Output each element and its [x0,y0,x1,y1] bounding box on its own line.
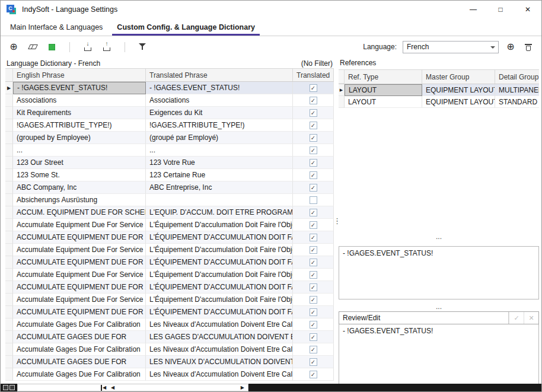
english-phrase-cell[interactable]: Accumulate Equipment Due For Service [13,269,146,281]
detail-group-cell[interactable]: MULTIPANEL- [495,84,539,96]
phrase-preview-box[interactable]: - !GAGES.EVENT_STATUS! [339,246,539,299]
translated-phrase-cell[interactable] [146,194,293,206]
translated-cell[interactable] [293,368,334,381]
translated-checkbox[interactable] [310,221,317,229]
dictionary-row[interactable]: ACCUMULATE EQUIPMENT DUE FORL'ÉQUIPEMENT… [5,306,334,318]
translated-cell[interactable] [293,294,334,306]
detail-group-cell[interactable]: STANDARD [495,96,539,108]
translated-cell[interactable] [293,219,334,231]
panel-splitter-handle[interactable]: ⋮ [333,216,341,225]
translated-phrase-cell[interactable]: Les Niveaux d'Accumulation Doivent Etre … [146,368,293,381]
translated-phrase-cell[interactable]: LES GAGES D'ACCUMULATION DOIVENT ETRE CA [146,331,293,343]
translated-phrase-cell[interactable]: L'ÉQUIPEMENT D'ACCUMULATION DOIT FAIRE L… [146,306,293,318]
translated-checkbox[interactable] [310,171,317,179]
translated-phrase-cell[interactable]: 123 Votre Rue [146,157,293,169]
english-phrase-cell[interactable]: ACCUMULATE GAGES DUE FOR [13,331,146,343]
reference-row[interactable]: ▶LAYOUTEQUIPMENT LAYOUTSMULTIPANEL- [339,84,539,96]
translated-cell[interactable] [293,94,334,107]
english-phrase-cell[interactable]: !GAGES.ATTRIBUTE_TYPE!) [13,119,146,132]
english-phrase-cell[interactable]: - !GAGES.EVENT_STATUS! [13,82,146,94]
dictionary-row[interactable]: Kit RequirementsExigences du Kit [5,107,334,119]
translated-cell[interactable] [293,306,334,318]
english-phrase-cell[interactable]: Accumulate Equipment Due For Service [13,294,146,306]
tab-main-interface[interactable]: Main Interface & Languages [3,18,110,36]
translated-cell[interactable] [293,244,334,256]
english-phrase-cell[interactable]: ACCUM. EQUIPMENT DUE FOR SCHEDULE [13,206,146,219]
translated-checkbox[interactable] [310,97,317,104]
dictionary-row[interactable]: Accumulate Equipment Due For ServiceL'Éq… [5,244,334,256]
column-header[interactable]: Translated Phrase [146,69,293,81]
english-phrase-cell[interactable]: Accumulate Gages Due For Calibration [13,343,146,356]
english-phrase-cell[interactable]: ACCUMULATE EQUIPMENT DUE FOR [13,256,146,269]
add-language-button[interactable]: ⊕ [505,41,517,53]
english-phrase-cell[interactable]: Accumulate Equipment Due For Service [13,244,146,256]
translated-checkbox[interactable] [310,146,317,154]
translated-cell[interactable] [293,281,334,294]
export-button[interactable]: ↑ [101,41,113,53]
column-header[interactable]: Translated [293,69,334,81]
translated-phrase-cell[interactable]: L'Équipement D'acculumation Doit Faire l… [146,219,293,231]
splitter-grip-bottom[interactable]: ... [339,303,539,310]
delete-language-button[interactable] [522,41,534,53]
translated-phrase-cell[interactable]: - !GAGES.EVENT_STATUS! [146,82,293,94]
minimize-button[interactable]: — [460,1,487,18]
translated-checkbox[interactable] [310,321,317,329]
translated-checkbox[interactable] [310,122,317,129]
close-button[interactable]: ✕ [514,1,541,18]
translated-phrase-cell[interactable]: L'ÉQUIPEMENT D'ACCUMULATION DOIT FAIRE L… [146,281,293,294]
review-cancel-button[interactable]: ✕ [524,312,538,324]
translated-phrase-cell[interactable]: Associations [146,94,293,107]
scroll-left-icon[interactable]: ◀ [111,385,114,391]
translated-cell[interactable] [293,256,334,269]
column-header[interactable]: Ref. Type [345,70,422,84]
translated-cell[interactable] [293,132,334,144]
dictionary-row[interactable]: ACCUMULATE GAGES DUE FORLES NIVEAUX D'AC… [5,356,334,368]
translated-cell[interactable] [293,144,334,157]
translated-cell[interactable] [293,157,334,169]
dictionary-row[interactable]: ACCUM. EQUIPMENT DUE FOR SCHEDULEL'EQUIP… [5,206,334,219]
english-phrase-cell[interactable]: Absicherungs Ausrüstung [13,194,146,206]
translated-checkbox[interactable] [310,159,317,167]
master-group-cell[interactable]: EQUIPMENT LAYOUTS [422,84,495,96]
dictionary-row[interactable]: ACCUMULATE EQUIPMENT DUE FORL'ÉQUIPEMENT… [5,256,334,269]
maximize-button[interactable]: □ [487,1,514,18]
translated-phrase-cell[interactable]: ABC Entreprise, Inc [146,181,293,194]
filter-status[interactable]: (No Filter) [301,59,333,68]
review-accept-button[interactable]: ✓ [509,312,524,324]
translated-checkbox[interactable] [310,184,317,192]
dictionary-row[interactable]: ACCUMULATE GAGES DUE FORLES GAGES D'ACCU… [5,331,334,343]
english-phrase-cell[interactable]: Associations [13,94,146,107]
translated-checkbox[interactable] [310,358,317,366]
column-header[interactable]: English Phrase [13,69,146,81]
translated-checkbox[interactable] [310,234,317,241]
translated-cell[interactable] [293,169,334,181]
dictionary-row[interactable]: ABC Company, IncABC Entreprise, Inc [5,181,334,194]
translated-checkbox[interactable] [310,283,317,291]
import-button[interactable]: ↓ [82,41,94,53]
record-button[interactable] [46,41,58,53]
dictionary-row[interactable]: Accumulate Equipment Due For ServiceL'Éq… [5,219,334,231]
tab-custom-config[interactable]: Custom Config. & Language Dictionary [110,18,262,36]
translated-cell[interactable] [293,181,334,194]
translated-cell[interactable] [293,194,334,206]
translated-checkbox[interactable] [310,308,317,316]
english-phrase-cell[interactable]: 123 Our Street [13,157,146,169]
dictionary-row[interactable]: ...... [5,144,334,157]
clear-button[interactable] [27,41,39,53]
dictionary-row[interactable]: Accumulate Gages Due For CalibrationLes … [5,343,334,356]
english-phrase-cell[interactable]: (grouped by Employee) [13,132,146,144]
dictionary-row[interactable]: AssociationsAssociations [5,94,334,107]
translated-phrase-cell[interactable]: L'ÉQUIPEMENT D'ACCUMULATION DOIT FAIRE L… [146,231,293,244]
dictionary-row[interactable]: !GAGES.ATTRIBUTE_TYPE!)!GAGES.ATTRIBUTE_… [5,119,334,132]
translated-phrase-cell[interactable]: L'ÉQUIPEMENT D'ACCUMULATION DOIT FAIRE L… [146,256,293,269]
translated-phrase-cell[interactable]: Les Niveaux d'Accumulation Doivent Etre … [146,318,293,331]
translated-checkbox[interactable] [310,134,317,142]
translated-phrase-cell[interactable]: LES NIVEAUX D'ACCUMULATION DOIVENT ETRE [146,356,293,368]
horizontal-scrollbar[interactable]: ◀ ◀ ▶ [17,384,248,391]
translated-cell[interactable] [293,269,334,281]
english-phrase-cell[interactable]: ACCUMULATE GAGES DUE FOR [13,356,146,368]
translated-checkbox[interactable] [310,84,317,92]
column-header[interactable]: Master Group [422,70,495,84]
english-phrase-cell[interactable]: ACCUMULATE EQUIPMENT DUE FOR [13,231,146,244]
translated-checkbox[interactable] [310,209,317,216]
